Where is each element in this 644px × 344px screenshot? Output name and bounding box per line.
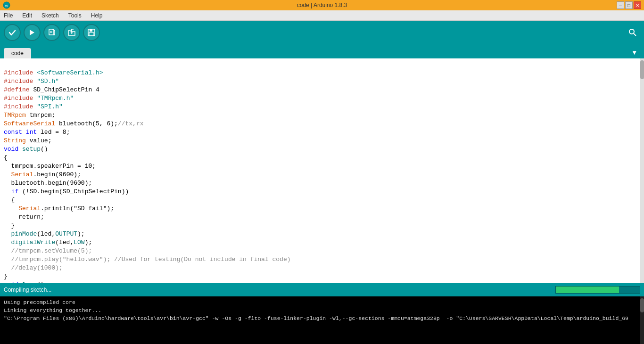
menu-bar: File Edit Sketch Tools Help — [0, 10, 644, 21]
title-bar-title: code | Arduino 1.8.3 — [0, 2, 644, 8]
compile-status-bar: Compiling sketch... — [0, 283, 644, 296]
console-vertical-scrollbar[interactable] — [640, 296, 644, 344]
menu-file[interactable]: File — [2, 11, 15, 20]
open-button[interactable] — [63, 24, 80, 41]
console-scrollbar-thumb[interactable] — [640, 298, 644, 312]
svg-rect-9 — [89, 33, 94, 36]
menu-help[interactable]: Help — [89, 11, 105, 20]
minimize-button[interactable]: – — [617, 1, 624, 9]
svg-line-11 — [634, 33, 636, 36]
tab-label: code — [11, 50, 24, 57]
new-button[interactable] — [43, 24, 60, 41]
tab-dropdown[interactable]: ▼ — [629, 47, 640, 58]
tab-bar: code ▼ — [0, 44, 644, 58]
menu-edit[interactable]: Edit — [20, 11, 34, 20]
compile-progress-fill — [556, 287, 619, 293]
svg-rect-8 — [90, 29, 92, 32]
code-content: #include <SoftwareSerial.h> #include "SD… — [0, 58, 644, 283]
title-bar-controls[interactable]: – □ ✕ — [617, 1, 641, 9]
close-button[interactable]: ✕ — [634, 1, 641, 9]
maximize-button[interactable]: □ — [625, 1, 633, 9]
upload-button[interactable] — [24, 24, 41, 41]
title-bar: ∞ code | Arduino 1.8.3 – □ ✕ — [0, 0, 644, 10]
search-icon[interactable] — [625, 25, 640, 40]
console-output[interactable]: Using precompiled core Linking everythin… — [0, 296, 644, 344]
code-tab[interactable]: code — [4, 48, 31, 58]
save-button[interactable] — [83, 24, 100, 41]
compile-progress-bar — [555, 286, 640, 294]
title-bar-left: ∞ — [3, 1, 10, 9]
verify-button[interactable] — [4, 24, 21, 41]
menu-sketch[interactable]: Sketch — [40, 11, 61, 20]
toolbar — [0, 21, 644, 44]
menu-tools[interactable]: Tools — [66, 11, 83, 20]
svg-text:∞: ∞ — [5, 3, 8, 8]
console-text: Using precompiled core Linking everythin… — [0, 296, 644, 324]
vertical-scrollbar-thumb[interactable] — [640, 60, 644, 79]
svg-point-10 — [629, 29, 634, 34]
code-editor[interactable]: #include <SoftwareSerial.h> #include "SD… — [0, 58, 644, 283]
compile-status-text: Compiling sketch... — [4, 287, 51, 293]
svg-marker-2 — [30, 30, 34, 35]
vertical-scrollbar[interactable] — [640, 58, 644, 283]
svg-rect-3 — [49, 29, 53, 35]
arduino-logo-icon: ∞ — [3, 1, 10, 9]
